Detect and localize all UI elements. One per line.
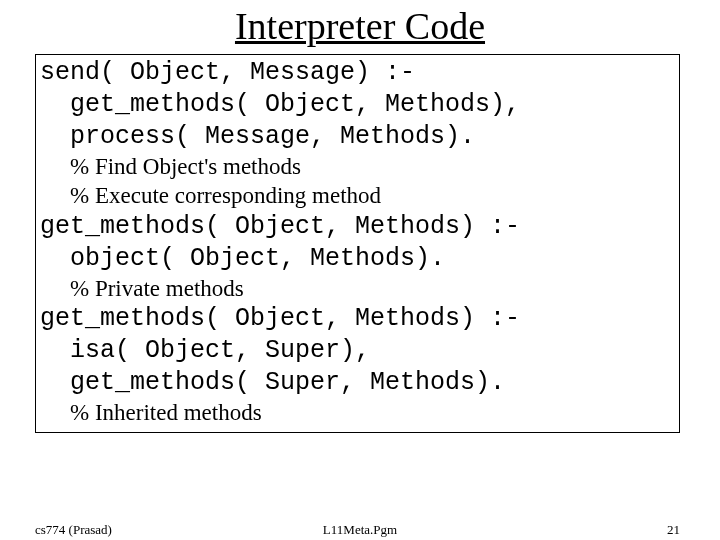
content-box: send( Object, Message) :- get_methods( O… [35,54,680,433]
footer-center: L11Meta.Pgm [0,522,720,538]
comment-block-inherited: % Inherited methods [70,399,675,428]
code-line: get_methods( Super, Methods). [40,368,505,397]
code-line: send( Object, Message) :- [40,58,415,87]
comment-line: % Find Object's methods [70,153,675,182]
code-line: process( Message, Methods). [40,122,475,151]
code-block-send: send( Object, Message) :- get_methods( O… [40,57,675,153]
code-line: get_methods( Object, Methods) :- [40,212,520,241]
code-line: object( Object, Methods). [40,244,445,273]
comment-line: % Execute corresponding method [70,182,675,211]
footer-right: 21 [667,522,680,538]
page-title: Interpreter Code [0,4,720,48]
slide: Interpreter Code send( Object, Message) … [0,4,720,540]
comment-line: % Inherited methods [70,399,675,428]
code-line: get_methods( Object, Methods), [40,90,520,119]
code-line: isa( Object, Super), [40,336,370,365]
code-block-get-methods-object: get_methods( Object, Methods) :- object(… [40,211,675,275]
code-line: get_methods( Object, Methods) :- [40,304,520,333]
comment-block-find: % Find Object's methods % Execute corres… [70,153,675,211]
comment-line: % Private methods [70,275,675,304]
comment-block-private: % Private methods [70,275,675,304]
code-block-get-methods-isa: get_methods( Object, Methods) :- isa( Ob… [40,303,675,399]
